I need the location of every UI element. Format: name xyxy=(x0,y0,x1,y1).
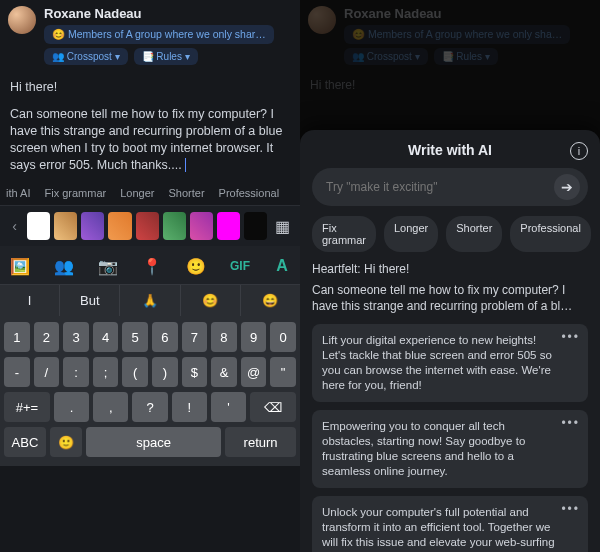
ai-result-card[interactable]: Unlock your computer's full potential an… xyxy=(312,496,588,552)
gif-icon[interactable]: GIF xyxy=(230,256,250,276)
camera-icon[interactable]: 📷 xyxy=(98,256,118,276)
ai-sheet: Write with AI i ➔ Fix grammar Longer Sho… xyxy=(300,130,600,552)
swatch-8[interactable] xyxy=(217,212,240,240)
keyboard-row-1: 1 2 3 4 5 6 7 8 9 0 xyxy=(4,322,296,352)
key-comma[interactable]: , xyxy=(93,392,128,422)
pill-professional[interactable]: Professional xyxy=(510,216,591,252)
swatch-3[interactable] xyxy=(81,212,104,240)
key-period[interactable]: . xyxy=(54,392,89,422)
write-with-ai-screen: Roxane Nadeau 😊 Members of A group where… xyxy=(300,0,600,552)
key-3[interactable]: 3 xyxy=(63,322,89,352)
ai-suggestion-row: ith AI Fix grammar Longer Shorter Profes… xyxy=(0,181,300,206)
swatch-4[interactable] xyxy=(108,212,131,240)
ai-prompt-input[interactable] xyxy=(326,180,554,194)
compose-header: Roxane Nadeau 😊 Members of A group where… xyxy=(0,0,300,71)
key-symbols[interactable]: #+= xyxy=(4,392,50,422)
crosspost-chip[interactable]: 👥 Crosspost ▾ xyxy=(44,48,128,65)
key-return[interactable]: return xyxy=(225,427,296,457)
prediction-1[interactable]: I xyxy=(0,285,60,316)
swatch-more-icon[interactable]: ▦ xyxy=(271,212,294,240)
prediction-3[interactable]: 🙏 xyxy=(120,285,180,316)
key-amp[interactable]: & xyxy=(211,357,237,387)
audience-chip: 😊 Members of A group where we only sha… xyxy=(344,25,570,44)
key-colon[interactable]: : xyxy=(63,357,89,387)
audience-chip[interactable]: 😊 Members of A group where we only shar… xyxy=(44,25,274,44)
key-abc[interactable]: ABC xyxy=(4,427,46,457)
submit-prompt-icon[interactable]: ➔ xyxy=(554,174,580,200)
key-8[interactable]: 8 xyxy=(211,322,237,352)
pill-fix-grammar[interactable]: Fix grammar xyxy=(312,216,376,252)
key-6[interactable]: 6 xyxy=(152,322,178,352)
swatch-6[interactable] xyxy=(163,212,186,240)
swatch-2[interactable] xyxy=(54,212,77,240)
pill-longer[interactable]: Longer xyxy=(384,216,438,252)
info-icon[interactable]: i xyxy=(570,142,588,160)
key-dollar[interactable]: $ xyxy=(182,357,208,387)
key-question[interactable]: ? xyxy=(132,392,167,422)
suggestion-professional[interactable]: Professional xyxy=(219,187,280,199)
key-7[interactable]: 7 xyxy=(182,322,208,352)
key-space[interactable]: space xyxy=(86,427,221,457)
tag-people-icon[interactable]: 👥 xyxy=(54,256,74,276)
more-icon[interactable]: ••• xyxy=(561,502,580,518)
suggestion-fix-grammar[interactable]: Fix grammar xyxy=(44,187,106,199)
dim-post-preview: Hi there! xyxy=(300,71,600,99)
keyboard-row-2: - / : ; ( ) $ & @ " xyxy=(4,357,296,387)
ai-result-card[interactable]: Lift your digital experience to new heig… xyxy=(312,324,588,402)
key-9[interactable]: 9 xyxy=(241,322,267,352)
key-1[interactable]: 1 xyxy=(4,322,30,352)
key-4[interactable]: 4 xyxy=(93,322,119,352)
avatar[interactable] xyxy=(8,6,36,34)
key-rparen[interactable]: ) xyxy=(152,357,178,387)
user-name: Roxane Nadeau xyxy=(44,6,292,21)
more-icon[interactable]: ••• xyxy=(561,416,580,432)
swatch-1[interactable] xyxy=(27,212,50,240)
ai-result-text: Lift your digital experience to new heig… xyxy=(322,334,552,391)
image-icon[interactable]: 🖼️ xyxy=(10,256,30,276)
keyboard-row-3: #+= . , ? ! ' ⌫ xyxy=(4,392,296,422)
swatch-prev-icon[interactable]: ‹ xyxy=(6,212,23,240)
feeling-icon[interactable]: 🙂 xyxy=(186,256,206,276)
key-0[interactable]: 0 xyxy=(270,322,296,352)
more-icon[interactable]: ••• xyxy=(561,330,580,346)
ai-source-summary: Can someone tell me how to fix my comput… xyxy=(312,282,588,314)
suggestion-shorter[interactable]: Shorter xyxy=(168,187,204,199)
location-icon[interactable]: 📍 xyxy=(142,256,162,276)
media-toolbar: 🖼️ 👥 📷 📍 🙂 GIF A xyxy=(0,246,300,284)
suggestion-with-ai[interactable]: ith AI xyxy=(6,187,30,199)
prediction-4[interactable]: 😊 xyxy=(181,285,241,316)
key-emoji[interactable]: 🙂 xyxy=(50,427,82,457)
text-style-icon[interactable]: A xyxy=(274,256,290,276)
text-cursor xyxy=(182,158,186,172)
key-at[interactable]: @ xyxy=(241,357,267,387)
compose-header-dim: Roxane Nadeau 😊 Members of A group where… xyxy=(300,0,600,71)
key-quote[interactable]: " xyxy=(270,357,296,387)
key-semicolon[interactable]: ; xyxy=(93,357,119,387)
ai-prompt-field[interactable]: ➔ xyxy=(312,168,588,206)
prediction-5[interactable]: 😄 xyxy=(241,285,300,316)
background-swatches: ‹ ▦ xyxy=(0,206,300,246)
user-name: Roxane Nadeau xyxy=(344,6,592,21)
swatch-9[interactable] xyxy=(244,212,267,240)
rules-chip[interactable]: 📑 Rules ▾ xyxy=(134,48,198,65)
key-apostrophe[interactable]: ' xyxy=(211,392,246,422)
keyboard-row-4: ABC 🙂 space return xyxy=(4,427,296,457)
swatch-5[interactable] xyxy=(136,212,159,240)
post-greeting: Hi there! xyxy=(10,79,290,96)
ai-result-card[interactable]: Empowering you to conquer all tech obsta… xyxy=(312,410,588,488)
post-body: Can someone tell me how to fix my comput… xyxy=(10,107,282,172)
key-dash[interactable]: - xyxy=(4,357,30,387)
key-lparen[interactable]: ( xyxy=(122,357,148,387)
pill-shorter[interactable]: Shorter xyxy=(446,216,502,252)
sheet-title: Write with AI xyxy=(408,142,492,158)
key-2[interactable]: 2 xyxy=(34,322,60,352)
suggestion-longer[interactable]: Longer xyxy=(120,187,154,199)
swatch-7[interactable] xyxy=(190,212,213,240)
key-exclaim[interactable]: ! xyxy=(172,392,207,422)
key-backspace[interactable]: ⌫ xyxy=(250,392,296,422)
key-5[interactable]: 5 xyxy=(122,322,148,352)
key-slash[interactable]: / xyxy=(34,357,60,387)
ai-tone-line: Heartfelt: Hi there! xyxy=(312,262,588,276)
prediction-2[interactable]: But xyxy=(60,285,120,316)
compose-text-area[interactable]: Hi there! Can someone tell me how to fix… xyxy=(0,71,300,181)
